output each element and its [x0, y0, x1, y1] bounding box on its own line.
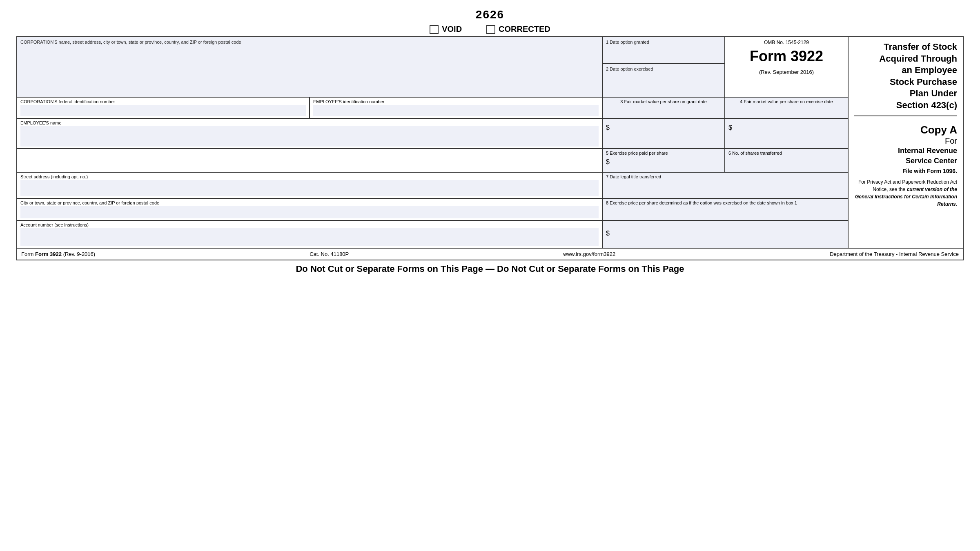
- box7-label: 7 Date legal title transferred: [606, 174, 844, 179]
- emp-id-cell: EMPLOYEE'S identification number: [310, 98, 603, 118]
- box1-label: 1 Date option granted: [606, 40, 721, 44]
- box2-label: 2 Date option exercised: [606, 67, 721, 71]
- box8-dollar: $: [606, 230, 610, 237]
- emp-name-input[interactable]: [20, 126, 599, 147]
- form-footer: Form Form 3922 (Rev. 9-2016) Cat. No. 41…: [17, 248, 963, 260]
- box4-input[interactable]: [734, 122, 844, 133]
- omb-number: OMB No. 1545-2129: [729, 40, 844, 45]
- box1-input[interactable]: [606, 44, 721, 61]
- void-label: VOID: [442, 24, 462, 34]
- box8-value-cell: $: [603, 221, 848, 248]
- footer-website: www.irs.gov/form3922: [563, 251, 615, 257]
- void-checkbox[interactable]: [430, 25, 439, 34]
- copy-file: File with Form 1096.: [854, 168, 957, 174]
- street-label: Street address (including apt. no.): [20, 174, 599, 179]
- box6-input[interactable]: [728, 156, 844, 167]
- box3-cell: 3 Fair market value per share on grant d…: [603, 98, 725, 118]
- copy-irs: Internal Revenue Service Center: [854, 146, 957, 166]
- box4-value-cell: $: [725, 119, 848, 148]
- box6-label: 6 No. of shares transferred: [728, 151, 844, 156]
- box5-cell: 5 Exercise price paid per share $: [603, 149, 725, 172]
- box5-dollar: $: [606, 158, 610, 166]
- emp-id-label: EMPLOYEE'S identification number: [313, 99, 599, 104]
- box3-value-cell: $: [603, 119, 725, 148]
- corrected-label: CORRECTED: [499, 24, 550, 34]
- footer-dept: Department of the Treasury - Internal Re…: [830, 251, 959, 257]
- box3-input[interactable]: [611, 122, 721, 133]
- box3-label: 3 Fair market value per share on grant d…: [606, 99, 721, 104]
- box8-input[interactable]: [611, 227, 844, 240]
- box1-cell: 1 Date option granted: [603, 37, 724, 64]
- city-input[interactable]: [20, 206, 599, 218]
- account-input[interactable]: [20, 228, 599, 246]
- form-sidebar: Transfer of Stock Acquired Through an Em…: [849, 37, 963, 248]
- account-label: Account number (see instructions): [20, 222, 599, 227]
- emp-id-input[interactable]: [313, 105, 599, 116]
- rev-date: (Rev. September 2016): [729, 69, 844, 75]
- box3-dollar: $: [606, 124, 610, 131]
- box4-dollar: $: [728, 124, 732, 131]
- copy-title: Copy A: [854, 124, 957, 136]
- box4-label: 4 Fair market value per share on exercis…: [728, 99, 844, 104]
- corp-name-cell: CORPORATION'S name, street address, city…: [17, 37, 603, 97]
- street-cell: Street address (including apt. no.): [17, 173, 603, 198]
- emp-name-label: EMPLOYEE'S name: [20, 120, 599, 125]
- copy-privacy: For Privacy Act and Paperwork Reduction …: [854, 178, 957, 208]
- fed-id-label: CORPORATION'S federal identification num…: [20, 99, 306, 104]
- footer-form-ref: Form Form 3922 (Rev. 9-2016): [21, 251, 95, 257]
- box5-label: 5 Exercise price paid per share: [606, 151, 721, 156]
- box2-cell: 2 Date option exercised: [603, 64, 724, 97]
- copy-for: For: [854, 136, 957, 146]
- box5-input[interactable]: [611, 157, 721, 167]
- street-input[interactable]: [20, 180, 599, 196]
- box8-label: 8 Exercise price per share determined as…: [606, 200, 844, 205]
- footer-cat: Cat. No. 41180P: [310, 251, 349, 257]
- city-label: City or town, state or province, country…: [20, 200, 599, 205]
- form-number: Form 3922: [729, 48, 844, 65]
- page-number: 2626: [16, 8, 964, 21]
- box8-label-cell: 8 Exercise price per share determined as…: [603, 199, 848, 220]
- box6-cell: 6 No. of shares transferred: [725, 149, 848, 172]
- omb-cell: OMB No. 1545-2129 Form 3922 (Rev. Septem…: [725, 37, 848, 97]
- box7-input[interactable]: [606, 179, 844, 196]
- fed-id-cell: CORPORATION'S federal identification num…: [17, 98, 310, 118]
- bottom-notice: Do Not Cut or Separate Forms on This Pag…: [16, 264, 964, 274]
- account-cell: Account number (see instructions): [17, 221, 603, 248]
- city-cell: City or town, state or province, country…: [17, 199, 603, 220]
- box2-input[interactable]: [606, 71, 721, 92]
- fed-id-input[interactable]: [20, 105, 306, 116]
- sidebar-title: Transfer of Stock Acquired Through an Em…: [854, 41, 957, 111]
- corrected-checkbox[interactable]: [486, 25, 495, 34]
- emp-name-spacer: [17, 149, 603, 172]
- box7-cell: 7 Date legal title transferred: [603, 173, 848, 198]
- corp-name-label: CORPORATION'S name, street address, city…: [20, 40, 599, 44]
- emp-name-row: EMPLOYEE'S name: [17, 119, 603, 148]
- box4-cell: 4 Fair market value per share on exercis…: [725, 98, 848, 118]
- corp-name-input[interactable]: [20, 45, 599, 94]
